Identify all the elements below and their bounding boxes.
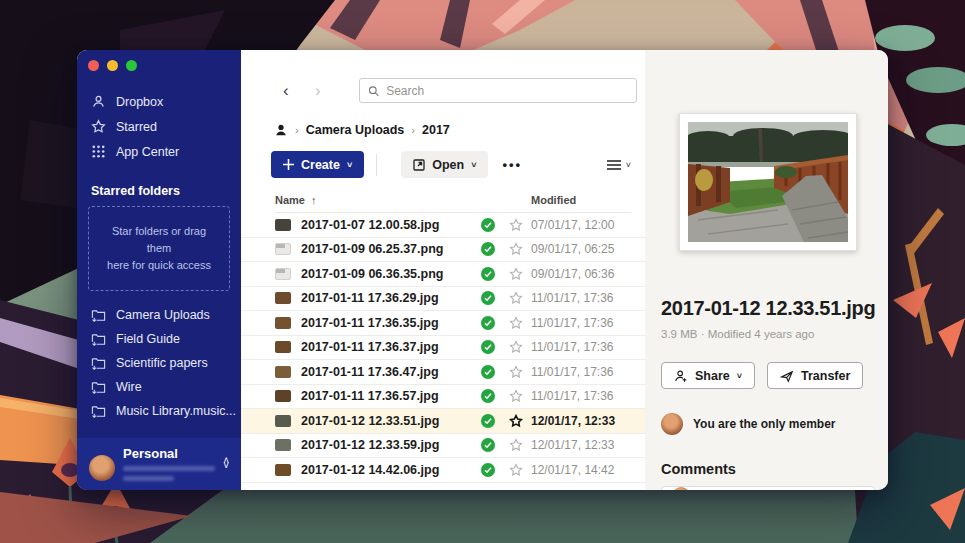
back-button[interactable]: ‹: [283, 81, 305, 101]
synced-check-icon: [481, 438, 495, 452]
comment-input-box[interactable]: [661, 486, 875, 490]
star-toggle[interactable]: [501, 291, 531, 305]
sidebar-folder[interactable]: Music Library.music...: [77, 399, 241, 423]
table-row[interactable]: 2017-01-11 17.36.29.jpg 11/01/17, 17:36: [241, 287, 645, 312]
table-row[interactable]: 2017-01-12 12.33.59.jpg 12/01/17, 12:33: [241, 434, 645, 459]
table-row[interactable]: 2017-01-12 12.33.51.jpg 12/01/17, 12:33: [241, 409, 645, 434]
forward-button[interactable]: ›: [315, 81, 337, 101]
star-toggle[interactable]: [501, 438, 531, 452]
star-icon: [509, 267, 523, 281]
synced-check-icon: [481, 414, 495, 428]
table-row[interactable]: 2017-01-11 17.36.37.jpg 11/01/17, 17:36: [241, 336, 645, 361]
sidebar-folder[interactable]: Wire: [77, 375, 241, 399]
sidebar-folder-list: Camera Uploads Field Guide Scientific pa…: [77, 303, 241, 423]
table-row[interactable]: 2017-01-11 17.36.57.jpg 11/01/17, 17:36: [241, 385, 645, 410]
close-button[interactable]: [88, 60, 99, 71]
synced-check-icon: [481, 291, 495, 305]
file-name: 2017-01-12 14.42.06.jpg: [301, 463, 481, 477]
toolbar: Create ˅ Open ˅ ••• ˅: [271, 151, 631, 178]
modified-date: 09/01/17, 06:25: [531, 242, 631, 256]
star-toggle[interactable]: [501, 218, 531, 232]
folder-add-icon: [91, 308, 106, 323]
table-row[interactable]: 2017-01-11 17.36.47.jpg 11/01/17, 17:36: [241, 360, 645, 385]
file-thumbnail: [275, 268, 291, 280]
column-name[interactable]: Name: [275, 194, 305, 206]
star-toggle[interactable]: [501, 242, 531, 256]
person-icon: [91, 94, 106, 109]
starred-drop-zone[interactable]: Star folders or drag them here for quick…: [88, 206, 230, 291]
file-title: 2017-01-12 12.33.51.jpg: [661, 297, 875, 320]
file-name: 2017-01-12 12.33.59.jpg: [301, 438, 481, 452]
column-modified[interactable]: Modified: [531, 194, 631, 206]
table-row[interactable]: 2017-01-11 17.36.35.jpg 11/01/17, 17:36: [241, 311, 645, 336]
member-avatar: [661, 413, 683, 435]
file-name: 2017-01-11 17.36.29.jpg: [301, 291, 481, 305]
transfer-button[interactable]: Transfer: [767, 362, 863, 389]
sidebar-item-starred[interactable]: Starred: [77, 114, 241, 139]
comment-input[interactable]: [699, 489, 864, 490]
transfer-label: Transfer: [801, 369, 850, 383]
share-button[interactable]: Share ˅: [661, 362, 755, 389]
starred-folders-header: Starred folders: [77, 164, 241, 206]
star-toggle[interactable]: [501, 340, 531, 354]
more-options-button[interactable]: •••: [502, 157, 522, 172]
star-icon: [91, 119, 106, 134]
file-thumbnail: [275, 317, 291, 329]
dropbox-window: Dropbox Starred App Center Starred folde…: [77, 50, 888, 490]
table-header: Name ↑ Modified: [275, 194, 631, 213]
sidebar-folder[interactable]: Camera Uploads: [77, 303, 241, 327]
account-switcher[interactable]: Personal ˄˅: [77, 438, 241, 490]
chevron-down-icon: ˅: [347, 160, 352, 170]
person-icon[interactable]: [274, 123, 288, 137]
zoom-button[interactable]: [126, 60, 137, 71]
view-toggle[interactable]: ˅: [607, 159, 631, 171]
file-name: 2017-01-11 17.36.37.jpg: [301, 340, 481, 354]
grid-icon: [91, 144, 106, 159]
file-name: 2017-01-09 06.25.37.png: [301, 242, 481, 256]
modified-date: 11/01/17, 17:36: [531, 340, 631, 354]
send-icon: [780, 369, 794, 383]
list-view-icon: [607, 159, 621, 171]
create-button[interactable]: Create ˅: [271, 151, 364, 178]
sidebar-folder-label: Music Library.music...: [116, 404, 236, 418]
table-row[interactable]: 2017-01-12 14.42.06.jpg 12/01/17, 14:42: [241, 458, 645, 483]
sidebar-folder-label: Wire: [116, 380, 142, 394]
sidebar-folder[interactable]: Scientific papers: [77, 351, 241, 375]
table-row[interactable]: 2017-01-09 06.25.37.png 09/01/17, 06:25: [241, 238, 645, 263]
minimize-button[interactable]: [107, 60, 118, 71]
star-icon: [509, 340, 523, 354]
sidebar-folder-label: Scientific papers: [116, 356, 208, 370]
sidebar-item-dropbox[interactable]: Dropbox: [77, 89, 241, 114]
sidebar-item-label: Starred: [116, 120, 157, 134]
file-name: 2017-01-07 12.00.58.jpg: [301, 218, 481, 232]
star-icon: [509, 218, 523, 232]
star-icon: [509, 463, 523, 477]
star-toggle[interactable]: [501, 316, 531, 330]
synced-check-icon: [481, 218, 495, 232]
search-box[interactable]: [359, 78, 637, 103]
file-name: 2017-01-11 17.36.57.jpg: [301, 389, 481, 403]
star-toggle[interactable]: [501, 463, 531, 477]
account-avatar: [89, 455, 115, 481]
star-icon: [509, 316, 523, 330]
star-toggle[interactable]: [501, 389, 531, 403]
folder-add-icon: [91, 404, 106, 419]
search-input[interactable]: [386, 84, 628, 98]
image-preview[interactable]: [679, 113, 857, 251]
sidebar-item-app-center[interactable]: App Center: [77, 139, 241, 164]
breadcrumb-camera-uploads[interactable]: Camera Uploads: [306, 123, 405, 137]
breadcrumb-2017[interactable]: 2017: [422, 123, 450, 137]
star-toggle[interactable]: [501, 414, 531, 428]
star-toggle[interactable]: [501, 365, 531, 379]
file-browser: ‹ › › Camera Uploads › 2017 Create ˅ Op: [241, 50, 645, 490]
star-toggle[interactable]: [501, 267, 531, 281]
synced-check-icon: [481, 316, 495, 330]
open-button[interactable]: Open ˅: [401, 151, 488, 178]
sidebar-folder[interactable]: Field Guide: [77, 327, 241, 351]
table-row[interactable]: 2017-01-09 06.36.35.png 09/01/17, 06:36: [241, 262, 645, 287]
table-row[interactable]: 2017-01-07 12.00.58.jpg 07/01/17, 12:00: [241, 213, 645, 238]
unfold-icon: ˄˅: [223, 458, 229, 469]
account-email-redacted: [123, 466, 215, 471]
file-thumbnail: [275, 464, 291, 476]
file-name: 2017-01-11 17.36.35.jpg: [301, 316, 481, 330]
